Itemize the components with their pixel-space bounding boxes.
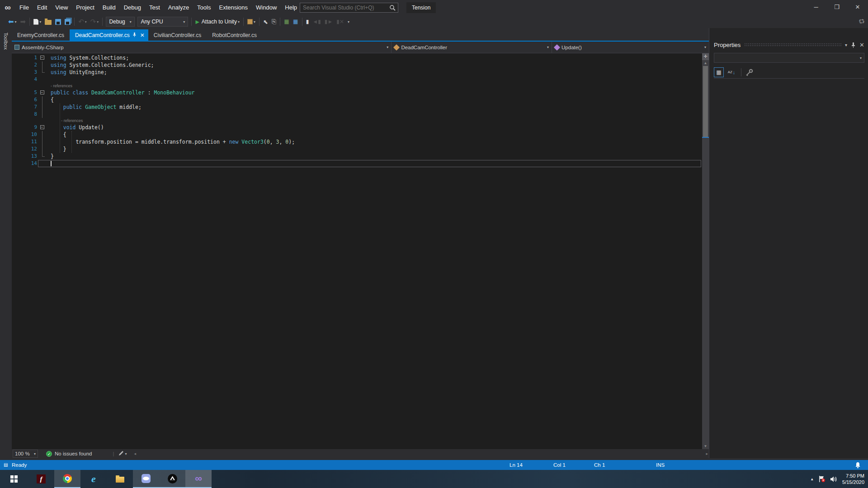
navigate-back-button[interactable]: ⬅▾ — [7, 17, 18, 27]
outlining-margin[interactable]: − — [37, 54, 47, 61]
menu-item-window[interactable]: Window — [252, 0, 281, 15]
redo-button[interactable]: ↷▾ — [89, 17, 100, 27]
splitter-handle[interactable]: ✛ — [702, 53, 709, 60]
code-line-12[interactable]: 12 } — [12, 145, 702, 153]
menu-item-help[interactable]: Help — [281, 0, 301, 15]
tray-expand-chevron-icon[interactable]: ▲ — [810, 477, 814, 481]
comment-button[interactable]: ≣ — [283, 17, 291, 27]
vertical-scrollbar[interactable]: ✛ ▲ ▼ — [702, 53, 709, 449]
menu-item-view[interactable]: View — [51, 0, 72, 15]
status-insert-mode[interactable]: INS — [656, 460, 665, 470]
package-button[interactable]: ▾ — [246, 17, 257, 27]
window-position-chevron-icon[interactable]: ▾ — [845, 42, 847, 47]
search-box[interactable] — [300, 3, 398, 13]
scroll-right-icon[interactable]: ▸ — [706, 451, 708, 456]
clear-bookmarks-button[interactable]: ▮✕ — [335, 17, 345, 27]
close-tab-icon[interactable]: ✕ — [140, 32, 145, 38]
properties-object-dropdown[interactable]: ▾ — [714, 53, 864, 63]
categorized-button[interactable]: ▦ — [714, 67, 724, 77]
project-dropdown[interactable]: Assembly-CSharp ▾ — [12, 42, 392, 53]
code-line-2[interactable]: 2using System.Collections.Generic; — [12, 61, 702, 69]
indent-guide-button[interactable]: ⎘ — [270, 17, 278, 27]
property-pages-icon[interactable] — [746, 69, 753, 76]
collapse-icon[interactable]: − — [40, 125, 44, 129]
menu-item-edit[interactable]: Edit — [33, 0, 51, 15]
scrollbar-thumb[interactable] — [703, 66, 708, 137]
properties-panel-header[interactable]: Properties ▾ ✕ — [714, 40, 864, 50]
code-line-10[interactable]: 10 { — [12, 131, 702, 138]
code-line-13[interactable]: 13} — [12, 153, 702, 160]
alphabetical-sort-button[interactable]: AZ↓ — [726, 67, 736, 77]
tab-EnemyController.cs[interactable]: EnemyController.cs — [12, 29, 70, 41]
next-bookmark-button[interactable]: ▮► — [323, 17, 334, 27]
status-line[interactable]: Ln 14 — [509, 460, 523, 470]
panel-drag-area[interactable] — [744, 43, 841, 47]
navigate-cursor-button[interactable]: ⬉ — [262, 17, 269, 27]
new-file-button[interactable]: ▾ — [32, 17, 42, 27]
solution-platform-dropdown[interactable]: Any CPU▾ — [137, 17, 188, 27]
taskbar-unity[interactable] — [159, 470, 185, 488]
taskbar-file-explorer[interactable] — [107, 470, 133, 488]
menu-item-analyze[interactable]: Analyze — [164, 0, 193, 15]
tab-RobotController.cs[interactable]: RobotController.cs — [207, 29, 262, 41]
volume-icon[interactable] — [830, 476, 838, 483]
menu-item-tools[interactable]: Tools — [193, 0, 215, 15]
code-cleanup-icon[interactable] — [118, 450, 124, 457]
code-line-5[interactable]: 5−public class DeadCamController : MonoB… — [12, 89, 702, 96]
menu-item-file[interactable]: File — [15, 0, 33, 15]
outlining-margin[interactable]: − — [37, 89, 47, 96]
undo-button[interactable]: ↶▾ — [77, 17, 88, 27]
taskbar-visual-studio[interactable]: ∞ — [185, 470, 212, 488]
code-line-6[interactable]: 6{ — [12, 96, 702, 103]
save-button[interactable] — [54, 17, 62, 27]
open-file-button[interactable] — [43, 17, 53, 27]
code-line-7[interactable]: 7 public GameObject middle; — [12, 103, 702, 111]
code-line-3[interactable]: 3using UnityEngine; — [12, 69, 702, 76]
code-line-14[interactable]: 14 — [12, 160, 702, 167]
scroll-left-icon[interactable]: ◂ — [134, 451, 136, 456]
chevron-down-icon[interactable]: ▾ — [125, 452, 127, 456]
status-column[interactable]: Col 1 — [553, 460, 566, 470]
code-line-9[interactable]: 9− void Update() — [12, 124, 702, 131]
code-line-11[interactable]: 11 transform.position = middle.transform… — [12, 138, 702, 145]
menu-item-extensions[interactable]: Extensions — [215, 0, 252, 15]
outlining-margin[interactable]: − — [37, 124, 47, 131]
collapse-icon[interactable]: − — [40, 90, 44, 94]
notifications-bell-icon[interactable] — [855, 460, 861, 470]
pin-icon[interactable] — [851, 42, 856, 48]
taskbar-chrome[interactable] — [54, 470, 80, 488]
maximize-button[interactable]: ❒ — [826, 0, 847, 14]
menu-item-build[interactable]: Build — [99, 0, 120, 15]
close-button[interactable]: ✕ — [847, 0, 868, 14]
editor-zoom-dropdown[interactable]: 100 %▾ — [13, 450, 38, 458]
tab-CivilianController.cs[interactable]: CivilianController.cs — [148, 29, 207, 41]
navigate-forward-button[interactable]: ➡ — [19, 17, 28, 27]
minimize-button[interactable]: ─ — [806, 0, 826, 14]
menu-item-project[interactable]: Project — [72, 0, 98, 15]
code-line-4[interactable]: 4 — [12, 76, 702, 83]
scroll-up-icon[interactable]: ▲ — [702, 60, 709, 66]
solution-configuration-dropdown[interactable]: Debug▾ — [106, 17, 135, 27]
status-character[interactable]: Ch 1 — [594, 460, 605, 470]
codelens-references[interactable]: - references — [12, 118, 702, 124]
type-dropdown[interactable]: DeadCamController ▾ — [392, 42, 552, 53]
start-button[interactable] — [0, 470, 28, 488]
previous-bookmark-button[interactable]: ◄▮ — [311, 17, 322, 27]
uncomment-button[interactable]: ≣ — [292, 17, 300, 27]
taskbar-internet-explorer[interactable]: e — [80, 470, 107, 488]
search-input[interactable] — [300, 5, 389, 11]
code-line-1[interactable]: 1−using System.Collections; — [12, 54, 702, 61]
toggle-bookmark-button[interactable]: ▮ — [305, 17, 311, 27]
attach-to-unity-button[interactable]: ▶ Attach to Unity▾ — [194, 17, 241, 27]
issues-status[interactable]: No issues found — [55, 451, 92, 456]
menu-item-debug[interactable]: Debug — [120, 0, 145, 15]
code-editor[interactable]: 1−using System.Collections;2using System… — [12, 53, 709, 449]
scroll-down-icon[interactable]: ▼ — [702, 443, 709, 449]
save-all-button[interactable] — [63, 17, 72, 27]
taskbar-discord[interactable] — [133, 470, 159, 488]
horizontal-scrollbar[interactable]: ◂ ▸ — [127, 450, 708, 457]
close-panel-icon[interactable]: ✕ — [859, 42, 864, 48]
toolbox-tab[interactable]: Toolbox — [3, 33, 9, 50]
tab-DeadCamController.cs[interactable]: DeadCamController.cs✕ — [70, 29, 148, 41]
taskbar-clock[interactable]: 7:50 PM 5/15/2020 — [842, 473, 864, 485]
